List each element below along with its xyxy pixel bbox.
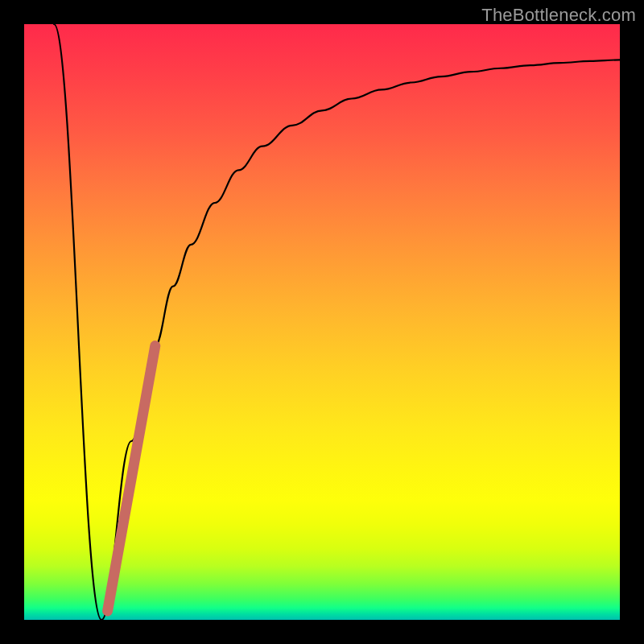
watermark-text: TheBottleneck.com — [481, 5, 636, 26]
highlight-marker — [108, 346, 155, 611]
chart-lines-svg — [24, 24, 620, 620]
plot-area — [24, 24, 620, 620]
chart-stage: TheBottleneck.com — [0, 0, 644, 644]
bottleneck-curve — [54, 24, 620, 620]
